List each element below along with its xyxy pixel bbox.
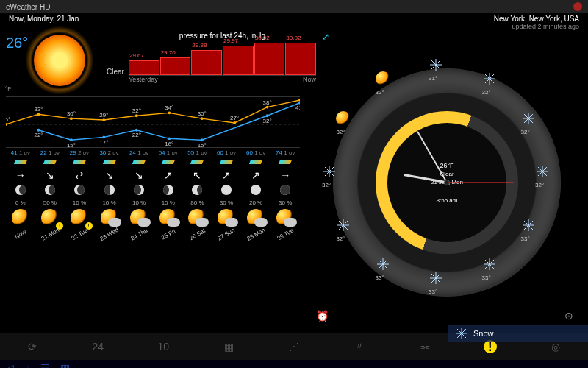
fc-cell (241, 208, 270, 230)
recent-button[interactable]: ☰ (40, 362, 50, 368)
fc-cell: ↗ (154, 167, 183, 183)
pressure-bar: 29.88 (191, 50, 222, 75)
fc-cell: 30 % (212, 198, 241, 208)
fc-cell (270, 158, 300, 167)
svg-point-21 (37, 129, 40, 132)
fc-cell: 10 % (94, 198, 125, 208)
svg-point-27 (135, 129, 138, 132)
svg-point-17 (266, 106, 269, 109)
fc-cell: 27 Sun (212, 230, 241, 239)
target-button[interactable]: ◎ (523, 341, 588, 353)
svg-text:30°: 30° (67, 110, 76, 117)
svg-point-15 (233, 121, 236, 124)
fc-cell (6, 208, 35, 230)
fc-cell: 10 % (65, 198, 94, 208)
svg-point-19 (298, 99, 300, 102)
fc-cell: 29 Tue (270, 230, 300, 239)
fc-cell: → (6, 167, 35, 183)
fc-cell (65, 183, 94, 198)
fc-cell: 55 1 UV (183, 148, 212, 158)
svg-text:33°: 33° (34, 107, 43, 113)
fc-cell: 29 2 UV (65, 148, 94, 158)
clock-segment: 33° (429, 271, 465, 308)
feed-button[interactable]: ⋰ (262, 341, 327, 353)
chevron-down-icon[interactable]: ⊙ (564, 310, 578, 323)
svg-text:29°: 29° (99, 112, 108, 118)
fc-cell: 10 % (124, 198, 154, 208)
fc-cell: 24 Thu (124, 230, 154, 239)
snow-icon (454, 326, 469, 341)
svg-text:38°: 38° (263, 99, 272, 106)
svg-text:15°: 15° (67, 142, 76, 147)
pressure-left-label: Yesterday (129, 76, 158, 83)
svg-point-7 (102, 118, 105, 121)
fc-cell (183, 208, 212, 230)
svg-text:26°: 26° (6, 116, 10, 123)
chart-y-label: °F (5, 85, 11, 92)
24h-button[interactable]: 24 (65, 341, 131, 353)
fc-cell (212, 183, 241, 198)
alarm-icon[interactable]: ⏰ (316, 310, 329, 323)
forecast-table[interactable]: 41 1 UV22 1 UV29 2 UV30 2 UV24 1 UV54 1 … (6, 148, 300, 239)
fc-cell: 41 1 UV (6, 148, 35, 158)
svg-text:16°: 16° (165, 141, 173, 147)
fc-cell: ! (65, 208, 94, 230)
fc-cell (270, 208, 300, 230)
fc-cell (183, 158, 212, 167)
svg-text:32°: 32° (263, 118, 272, 124)
fc-cell: ↗ (241, 167, 270, 183)
gallery-button[interactable]: ▦ (196, 341, 262, 353)
updated-label: updated 2 minutes ago (494, 23, 579, 30)
fc-cell: 20 % (241, 198, 270, 208)
fc-cell (65, 158, 94, 167)
clock-segment: 33° (521, 218, 558, 255)
home-button[interactable]: ⌂ (24, 362, 30, 368)
temp-chart[interactable]: °F 26°33°30°29°32°34°30°27°38°43°22°15°1… (6, 96, 300, 148)
fc-cell: 22 Tue (65, 230, 94, 239)
location-label[interactable]: New York, New York, USA (494, 15, 579, 23)
fc-cell: 10 % (154, 198, 183, 208)
svg-text:32°: 32° (132, 107, 141, 114)
fc-cell: ! (35, 208, 65, 230)
share-button[interactable]: ⫘ (392, 341, 457, 353)
pressure-chart[interactable]: pressure for last 24h, inHg ⤢ 29.6729.70… (129, 32, 316, 83)
clock-segment: 32° (376, 71, 412, 108)
apps-button[interactable]: ▦ (60, 362, 70, 368)
fc-cell (94, 158, 125, 167)
fc-cell (212, 158, 241, 167)
svg-point-25 (102, 135, 105, 138)
notification-badge[interactable] (573, 2, 582, 11)
fc-cell (35, 183, 65, 198)
fc-cell (154, 158, 183, 167)
snow-status-bar[interactable]: Snow (448, 325, 588, 342)
fc-cell: 24 1 UV (124, 148, 154, 158)
fc-cell: 28 Mon (241, 230, 270, 239)
app-title: eWeather HD (6, 3, 50, 11)
svg-text:17°: 17° (99, 139, 108, 146)
fc-cell: ↘ (35, 167, 65, 183)
clock-segment: 31° (429, 57, 465, 94)
fc-cell: ↖ (183, 167, 212, 183)
svg-text:22°: 22° (132, 132, 141, 139)
system-navbar: ◁ ⌂ ☰ ▦ (0, 360, 588, 368)
clock-segment: 33° (376, 257, 412, 294)
svg-point-3 (37, 113, 40, 116)
svg-point-23 (70, 138, 73, 141)
pulse-button[interactable]: 〃 (326, 340, 392, 353)
back-button[interactable]: ◁ (6, 362, 14, 368)
pressure-bar: 29.70 (160, 57, 191, 75)
svg-point-31 (201, 138, 204, 141)
svg-point-13 (201, 117, 204, 120)
svg-text:43°: 43° (295, 97, 300, 99)
fc-cell (6, 158, 35, 167)
fc-cell: 0 % (6, 198, 35, 208)
weather-clock[interactable]: 31°32°32°32°33°33°33°33°32°32°32°32° 26°… (333, 68, 561, 297)
refresh-button[interactable]: ⟳ (0, 341, 65, 353)
10day-button[interactable]: 10 (131, 341, 196, 353)
clock-segment: 32° (521, 111, 558, 148)
svg-text:30°: 30° (198, 110, 207, 117)
fc-cell: 60 1 UV (212, 148, 241, 158)
svg-text:27°: 27° (230, 115, 239, 121)
second-hand (447, 183, 513, 183)
svg-point-29 (168, 137, 171, 140)
